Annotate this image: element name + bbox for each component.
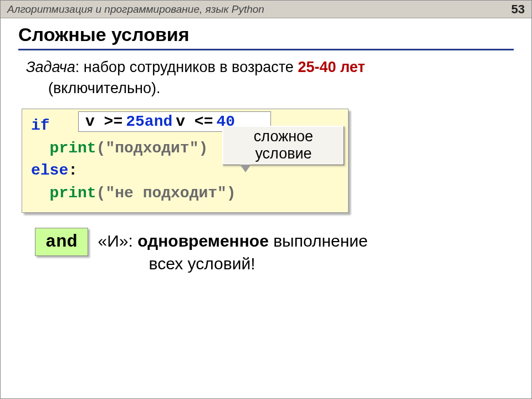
callout-complex-condition: сложное условие [222,126,344,165]
cond-var2: v <= [172,113,216,130]
and-explanation: and «И»: одновременное выполнение всех у… [35,228,368,275]
str-ok: ("подходит") [96,140,208,157]
kw-print-1: print [50,140,96,157]
callout-line-1: сложное [227,128,340,145]
code-colon-2: : [68,162,78,179]
and-keyword-box: and [35,228,88,256]
and-l1-bold: одновременное [137,232,269,250]
page-number: 53 [511,2,525,17]
kw-else: else [31,162,68,179]
kw-if: if [31,117,50,134]
course-title: Алгоритмизация и программирование, язык … [7,3,264,16]
age-range: 25-40 лет [298,59,365,75]
cond-and-kw: and [145,113,172,130]
slide-body: Задача: набор сотрудников в возрасте 25-… [1,54,531,99]
and-text-line1: «И»: одновременное выполнение [98,230,368,253]
slide: Алгоритмизация и программирование, язык … [0,0,532,399]
heading-area: Сложные условия [1,18,531,54]
task-label: Задача [26,59,75,75]
str-no: ("не подходит") [96,185,236,202]
and-l1-tail: выполнение [269,232,368,250]
callout-line-2: условие [227,145,340,162]
slide-heading: Сложные условия [18,24,514,50]
task-line-1: Задача: набор сотрудников в возрасте 25-… [26,57,509,78]
slide-header: Алгоритмизация и программирование, язык … [1,1,531,18]
task-line-2: (включительно). [26,78,509,99]
and-text-line2: всех условий! [98,253,368,275]
task-text-1: : набор сотрудников в возрасте [75,59,298,75]
and-l1-lead: «И»: [98,232,138,250]
and-text: «И»: одновременное выполнение всех услов… [98,228,368,275]
cond-num1: 25 [126,113,145,130]
cond-var1: v >= [82,113,126,130]
kw-print-2: print [50,185,96,202]
